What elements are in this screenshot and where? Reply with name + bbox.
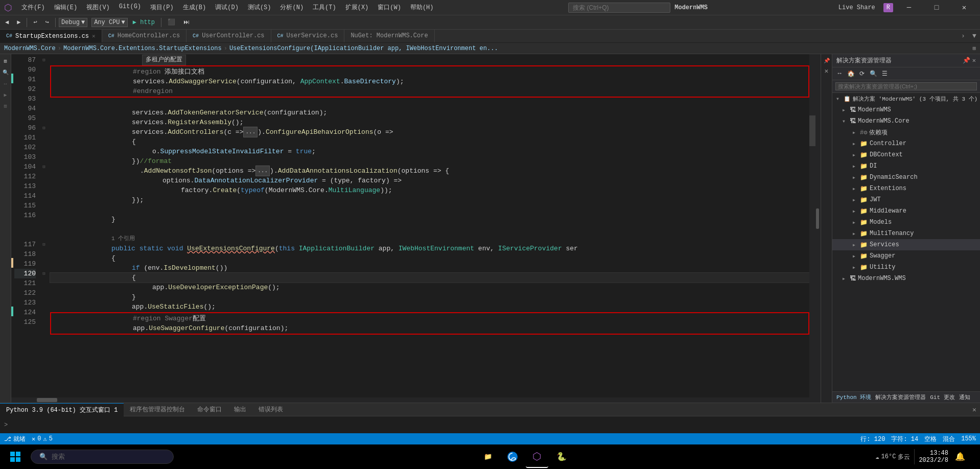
menu-build[interactable]: 生成(B) [179,2,211,13]
taskbar-vs[interactable]: ⬡ [526,445,548,468]
bottom-tab-command[interactable]: 命令窗口 [191,403,228,416]
tree-models[interactable]: ▶ 📁 Models [832,217,980,228]
status-encoding[interactable]: 混合 [943,435,955,443]
activity-search[interactable]: 🔍 [1,67,11,78]
sidebar-search-input[interactable] [835,82,977,90]
minimap[interactable] [809,54,815,397]
sidebar-tool-1[interactable]: ↔ [834,68,845,79]
tree-swagger[interactable]: ▶ 📁 Swagger [832,250,980,262]
tree-multitenancy[interactable]: ▶ 📁 MultiTenancy [832,228,980,239]
maximize-button[interactable]: □ [925,0,948,15]
sidebar-tool-3[interactable]: ⟳ [857,68,867,79]
sidebar-pin-btn[interactable]: 📌 [963,57,970,64]
collapse-117[interactable]: ⊟ [40,240,48,249]
breadcrumb-expand[interactable]: ⊞ [972,45,976,52]
status-zoom[interactable]: 155% [961,435,976,443]
panel-pin-btn[interactable]: 📌 [822,56,831,65]
bottom-tab-output[interactable]: 输出 [228,403,252,416]
menu-edit[interactable]: 编辑(E) [50,2,82,13]
solution-tab[interactable]: 解决方案资源管理器 [875,393,926,401]
bottom-tab-package[interactable]: 程序包管理器控制台 [124,403,191,416]
tree-modernwms-wms[interactable]: ▶ 🏗 ModernWMS.WMS [832,273,980,284]
panel-close-btn[interactable]: ✕ [822,66,831,76]
tree-extentions[interactable]: ▶ 📁 Extentions [832,183,980,194]
menu-view[interactable]: 视图(V) [82,2,114,13]
menu-analyze[interactable]: 分析(N) [276,2,308,13]
bottom-panel-close[interactable]: ✕ [969,403,980,416]
toolbar-redo[interactable]: ↪ [42,17,52,27]
menu-extensions[interactable]: 扩展(X) [341,2,373,13]
menu-tools[interactable]: 工具(T) [309,2,340,13]
collapse-120[interactable]: ⊟ [40,269,48,278]
tree-jwt[interactable]: ▶ 📁 JWT [832,194,980,205]
tree-middleware[interactable]: ▶ 📁 Middleware [832,205,980,217]
activity-git[interactable]: ↔ [1,79,11,89]
tab-user-controller[interactable]: C# UserController.cs [186,30,271,42]
tab-scroll-right[interactable]: › [958,30,969,42]
menu-file[interactable]: 文件(F) [17,2,49,13]
tab-startup-extensions[interactable]: C# StartupExtensions.cs ✕ [0,30,102,42]
tree-dbcontext[interactable]: ▶ 📁 DBContext [832,149,980,160]
tree-solution-root[interactable]: ▼ 📋 解决方案 'ModernWMS' (3 个项目, 共 3 个) [832,93,980,104]
tree-services[interactable]: ▶ 📁 Services [832,239,980,250]
close-button[interactable]: ✕ [952,0,976,15]
start-button[interactable] [4,445,27,468]
code-lines[interactable]: 多租户的配置 #region 添加接口文档 services.AddSwagge… [48,54,809,397]
menu-help[interactable]: 帮助(H) [406,2,438,13]
notification-btn[interactable]: 🔔 [952,445,968,468]
vertical-scrollbar[interactable] [815,54,821,397]
tab-nuget[interactable]: NuGet: ModernWMS.Core [344,30,434,42]
notify-tab[interactable]: 通知 [959,393,970,401]
bottom-tab-python[interactable]: Python 3.9 (64-bit) 交互式窗口 1 [0,403,124,416]
tree-modernwms-core[interactable]: ▼ 🏗 ModernWMS.Core [832,115,980,127]
show-desktop-btn[interactable] [972,445,976,468]
horizontal-scrollbar[interactable] [11,397,821,403]
taskbar-search-box[interactable]: 🔍 搜索 [31,450,174,464]
status-line[interactable]: 行: 120 [860,435,885,443]
activity-explorer[interactable]: ⊞ [1,56,11,66]
git-tab[interactable]: Git 更改 [930,393,954,401]
status-git[interactable]: ⎇ 就绪 [4,435,26,443]
tab-close-startup[interactable]: ✕ [92,33,96,39]
tree-dependencies[interactable]: ▶ #⚙ 依赖项 [832,127,980,138]
tab-user-service[interactable]: C# UserService.cs [271,30,345,42]
status-errors[interactable]: ✕ 0 ⚠ 5 [32,435,53,443]
toolbar-back[interactable]: ◀ [2,17,12,27]
bottom-content[interactable]: > [0,416,980,433]
tree-di[interactable]: ▶ 📁 DI [832,160,980,172]
h-scroll-thumb[interactable] [37,398,57,402]
tree-modernwms[interactable]: ▶ 🏗 ModernWMS [832,104,980,115]
menu-window[interactable]: 窗口(W) [374,2,405,13]
toolbar-forward[interactable]: ▶ [14,17,24,27]
minimize-button[interactable]: ─ [897,0,921,15]
toolbar-breakpoint[interactable]: ⬛ [165,17,178,27]
python-env-tab[interactable]: Python 环境 [836,393,871,401]
status-col[interactable]: 字符: 14 [891,435,918,443]
tab-home-controller[interactable]: C# HomeController.cs [102,30,186,42]
live-share-btn[interactable]: Live Share [838,4,875,11]
sidebar-close-btn[interactable]: ✕ [972,57,976,64]
taskbar-edge[interactable] [501,445,524,468]
collapse-96[interactable]: ⊟ [40,123,48,133]
sidebar-tool-4[interactable]: 🔍 [868,68,878,79]
activity-debug[interactable]: ▶ [1,90,11,100]
menu-project[interactable]: 项目(P) [146,2,178,13]
tree-utility[interactable]: ▶ 📁 Utility [832,262,980,273]
collapse-104[interactable]: ⊟ [40,162,48,172]
activity-extensions[interactable]: ⊞ [1,101,11,111]
collapse-87[interactable]: ⊟ [40,55,48,65]
scroll-thumb[interactable] [816,208,819,229]
menu-test[interactable]: 测试(S) [244,2,275,13]
sidebar-tool-2[interactable]: 🏠 [846,68,856,79]
debug-config-dropdown[interactable]: Debug ▼ [59,18,87,27]
run-button[interactable]: ▶ http [130,17,158,27]
tree-dynamicsearch[interactable]: ▶ 📁 DynamicSearch [832,172,980,183]
taskbar-file-explorer[interactable]: 📁 [477,445,499,468]
toolbar-undo[interactable]: ↩ [30,17,40,27]
bottom-tab-errors[interactable]: 错误列表 [252,403,289,416]
menu-git[interactable]: Git(G) [115,2,145,13]
tab-list-btn[interactable]: ▼ [969,30,980,42]
cpu-config-dropdown[interactable]: Any CPU ▼ [91,18,128,27]
taskbar-python[interactable]: 🐍 [550,445,573,468]
status-spaces[interactable]: 空格 [924,435,937,443]
